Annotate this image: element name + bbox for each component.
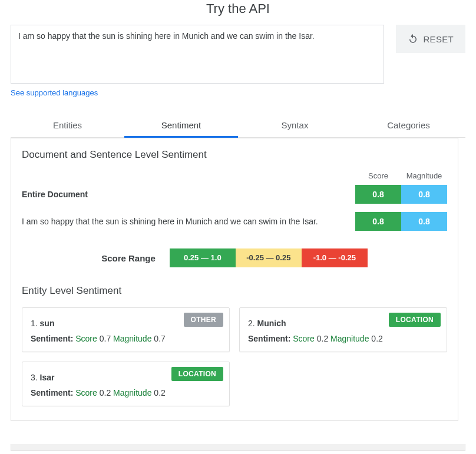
tab-sentiment[interactable]: Sentiment <box>124 113 238 137</box>
entire-doc-score: 0.8 <box>355 185 401 204</box>
reset-label: RESET <box>423 34 454 44</box>
score-range-legend: 0.25 — 1.0 -0.25 — 0.25 -1.0 — -0.25 <box>170 248 368 267</box>
entity-sentiment: Sentiment: Score 0.7 Magnitude 0.7 <box>31 334 221 343</box>
tab-entities[interactable]: Entities <box>11 113 124 137</box>
entity-sentiment: Sentiment: Score 0.2 Magnitude 0.2 <box>248 334 438 343</box>
tab-syntax[interactable]: Syntax <box>238 113 352 137</box>
tab-categories[interactable]: Categories <box>352 113 465 137</box>
entity-sentiment: Sentiment: Score 0.2 Magnitude 0.2 <box>31 388 221 397</box>
input-text[interactable]: I am so happy that the sun is shining he… <box>11 25 384 84</box>
reset-icon <box>408 34 418 44</box>
entity-tag: OTHER <box>184 313 224 327</box>
entity-card: OTHER1. sunSentiment: Score 0.7 Magnitud… <box>22 307 230 352</box>
supported-languages-link[interactable]: See supported languages <box>11 88 98 97</box>
doc-section-title: Document and Sentence Level Sentiment <box>22 149 447 161</box>
entity-card: LOCATION3. IsarSentiment: Score 0.2 Magn… <box>22 362 230 406</box>
score-header: Score <box>355 171 401 180</box>
entity-card: LOCATION2. MunichSentiment: Score 0.2 Ma… <box>239 307 447 352</box>
range-positive: 0.25 — 1.0 <box>170 248 236 267</box>
entire-document-label: Entire Document <box>22 190 355 199</box>
sentence-score: 0.8 <box>355 212 401 231</box>
tabs: Entities Sentiment Syntax Categories <box>11 113 465 138</box>
sentence-magnitude: 0.8 <box>401 212 447 231</box>
score-range-label: Score Range <box>101 253 156 263</box>
range-neutral: -0.25 — 0.25 <box>236 248 302 267</box>
entity-section-title: Entity Level Sentiment <box>22 285 447 297</box>
range-negative: -1.0 — -0.25 <box>302 248 368 267</box>
sentence-text: I am so happy that the sun is shining he… <box>22 217 355 226</box>
reset-button[interactable]: RESET <box>396 25 465 53</box>
page-title: Try the API <box>11 1 465 16</box>
entity-tag: LOCATION <box>389 313 441 327</box>
horizontal-scrollbar[interactable] <box>11 444 465 451</box>
magnitude-header: Magnitude <box>401 171 447 180</box>
entity-tag: LOCATION <box>171 367 223 381</box>
results-scroll[interactable]: Document and Sentence Level Sentiment Sc… <box>11 138 465 444</box>
entire-doc-magnitude: 0.8 <box>401 185 447 204</box>
